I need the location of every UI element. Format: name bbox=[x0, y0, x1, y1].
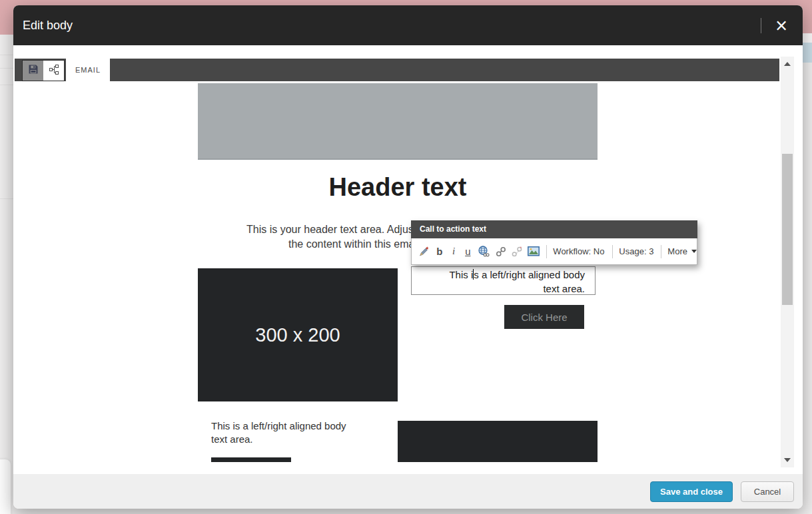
backdrop-divider bbox=[0, 85, 13, 85]
close-icon[interactable]: × bbox=[767, 12, 796, 39]
email-canvas: Header text This is your header text are… bbox=[15, 81, 781, 462]
edit-body-dialog: Edit body × bbox=[13, 5, 803, 509]
floppy-disk-icon bbox=[28, 64, 39, 77]
scrollbar-thumb[interactable] bbox=[782, 154, 793, 305]
save-button[interactable] bbox=[23, 61, 43, 81]
editor-toolbar: EMAIL bbox=[15, 59, 779, 81]
workflow-status: Workflow: No bbox=[553, 246, 604, 256]
external-link-globe-icon[interactable] bbox=[477, 244, 491, 260]
save-and-close-button[interactable]: Save and close bbox=[650, 481, 733, 502]
backdrop-panel-corner bbox=[0, 459, 11, 514]
more-menu-button[interactable]: More bbox=[667, 246, 697, 256]
header-divider bbox=[761, 18, 761, 33]
dialog-footer: Save and close Cancel bbox=[13, 474, 803, 509]
underline-button[interactable]: u bbox=[462, 244, 474, 260]
backdrop-right-strip bbox=[803, 33, 812, 43]
backdrop-divider bbox=[0, 198, 13, 199]
tab-email[interactable]: EMAIL bbox=[66, 59, 110, 81]
toolbar-divider bbox=[612, 245, 613, 258]
insert-image-icon[interactable] bbox=[526, 244, 540, 260]
scroll-down-icon[interactable] bbox=[784, 458, 791, 462]
scroll-up-icon[interactable] bbox=[784, 62, 791, 66]
usage-count: Usage: 3 bbox=[619, 246, 653, 256]
backdrop-divider bbox=[0, 68, 13, 69]
hero-image-placeholder[interactable] bbox=[198, 83, 598, 160]
insert-link-icon[interactable] bbox=[494, 244, 507, 260]
toolbar-divider bbox=[661, 245, 661, 258]
cta-text-field[interactable]: This is a left/right aligned body text a… bbox=[411, 266, 596, 295]
vertical-scrollbar[interactable] bbox=[781, 57, 794, 467]
editor-toolbar-button-group bbox=[22, 60, 65, 81]
backdrop-divider bbox=[0, 55, 13, 55]
body-text-line2: text area. bbox=[211, 433, 346, 446]
node-tree-icon bbox=[49, 64, 59, 77]
email-heading[interactable]: Header text bbox=[198, 173, 598, 202]
body-text-area[interactable]: This is a left/right aligned body text a… bbox=[211, 419, 346, 446]
clipped-button-top-edge bbox=[211, 457, 291, 462]
cancel-button[interactable]: Cancel bbox=[741, 481, 794, 502]
dialog-title: Edit body bbox=[23, 19, 73, 33]
hierarchy-button[interactable] bbox=[43, 61, 64, 81]
image-placeholder-300x200[interactable]: 300 x 200 bbox=[198, 268, 398, 401]
field-toolbar-title: Call to action text bbox=[411, 220, 697, 238]
remove-link-icon[interactable] bbox=[510, 244, 523, 260]
field-toolbar: Call to action text b i u bbox=[411, 220, 697, 265]
header-paragraph-line2[interactable]: the content within this email. bbox=[288, 238, 422, 250]
bold-button[interactable]: b bbox=[434, 244, 445, 260]
dialog-header: Edit body × bbox=[13, 5, 803, 45]
click-here-button[interactable]: Click Here bbox=[504, 305, 584, 329]
cta-text-line2: text area. bbox=[412, 282, 585, 296]
backdrop-right-blue-block bbox=[803, 43, 812, 63]
italic-button[interactable]: i bbox=[448, 244, 458, 260]
field-toolbar-row: b i u bbox=[411, 238, 697, 265]
toolbar-divider bbox=[546, 245, 547, 258]
chevron-down-icon bbox=[691, 250, 697, 253]
edit-pencil-icon[interactable] bbox=[418, 244, 430, 260]
header-paragraph-line1[interactable]: This is your header text area. Adjust th… bbox=[246, 224, 434, 236]
cta-text-line1: This is a left/right aligned body bbox=[412, 268, 585, 282]
body-text-line1: This is a left/right aligned body bbox=[211, 419, 346, 433]
more-label: More bbox=[667, 246, 687, 256]
bottom-image-placeholder[interactable] bbox=[398, 421, 598, 462]
